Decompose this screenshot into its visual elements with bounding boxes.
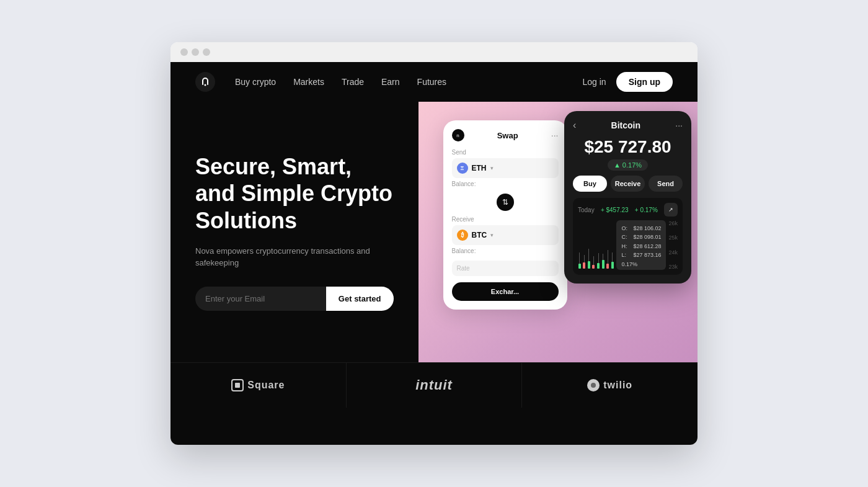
nav-link-buy-crypto[interactable]: Buy crypto (235, 77, 276, 87)
hero-section: Secure, Smart, and Simple Crypto Solutio… (170, 102, 698, 362)
signup-button[interactable]: Sign up (616, 72, 673, 92)
nav-link-markets[interactable]: Markets (293, 77, 324, 87)
swap-send-section: Send Ξ ETH ▾ Balance: (452, 149, 559, 187)
btc-action-buttons: Buy Receive Send (573, 176, 683, 192)
swap-btc-token[interactable]: ₿ BTC ▾ (452, 225, 559, 245)
swap-eth-token[interactable]: Ξ ETH ▾ (452, 158, 559, 178)
candlestick-chart (578, 220, 614, 270)
swap-arrow-button[interactable]: ⇅ (497, 194, 514, 211)
get-started-button[interactable]: Get started (326, 287, 394, 311)
tooltip-open: $28 106.02 (633, 224, 661, 233)
chart-label-23k: 23k (668, 264, 678, 270)
chart-today: Today (578, 207, 595, 213)
eth-token-name: ETH (472, 164, 487, 172)
btc-receive-button[interactable]: Receive (611, 176, 645, 192)
btc-send-button[interactable]: Send (649, 176, 683, 192)
btc-change-badge: ▲ 0.17% (608, 159, 648, 171)
eth-balance: Balance: (452, 181, 559, 187)
svg-point-0 (205, 84, 206, 86)
btc-icon: ₿ (457, 230, 468, 241)
tooltip-high: $28 612.28 (633, 242, 661, 251)
chart-toggle-button[interactable]: ↗ (664, 203, 678, 217)
twilio-icon (587, 379, 600, 391)
chart-gain: + $457.23 (601, 207, 629, 213)
browser-dot-red (180, 48, 188, 56)
btc-buy-button[interactable]: Buy (573, 176, 607, 192)
chart-y-labels: 26k 25k 24k 23k (668, 220, 678, 270)
swap-receive-label: Receive (452, 216, 559, 223)
nav-logo[interactable] (195, 72, 215, 92)
swap-phone-menu: ··· (551, 130, 559, 140)
square-label: Square (247, 380, 285, 391)
browser-chrome (170, 42, 698, 62)
partner-twilio: twilio (522, 363, 698, 408)
nav-links: Buy crypto Markets Trade Earn Futures (235, 77, 563, 87)
nav-link-earn[interactable]: Earn (381, 77, 400, 87)
bottom-section (170, 408, 698, 445)
partners-bar: Square intuit twilio (170, 362, 698, 408)
chart-body: O:$28 106.02 C:$28 098.01 H:$28 612.28 L… (578, 220, 678, 270)
hero-subtitle: Nova empowers cryptocurrency transaction… (195, 245, 394, 269)
partner-square: Square (170, 363, 347, 408)
login-button[interactable]: Log in (583, 77, 606, 87)
tooltip-pct: 0.17% (621, 260, 637, 269)
nav-link-trade[interactable]: Trade (342, 77, 364, 87)
square-logo: Square (231, 379, 285, 391)
swap-phone: n Swap ··· Send Ξ ETH ▾ Balance: ⇅ Recei… (443, 120, 567, 310)
swap-phone-logo: n (452, 129, 464, 141)
hero-title: Secure, Smart, and Simple Crypto Solutio… (195, 153, 394, 234)
tooltip-low: $27 873.16 (633, 251, 661, 259)
swap-phone-header: n Swap ··· (452, 129, 559, 141)
intuit-label: intuit (415, 377, 453, 393)
btc-back-button[interactable]: ‹ (573, 120, 576, 131)
btc-change-value: ▲ 0.17% (614, 161, 642, 169)
chart-change-pct: + 0.17% (635, 207, 658, 213)
btc-phone-menu: ··· (675, 120, 683, 130)
bitcoin-phone: ‹ Bitcoin ··· $25 727.80 ▲ 0.17% Buy Rec… (564, 111, 691, 284)
eth-icon: Ξ (457, 163, 468, 174)
chart-tooltip: O:$28 106.02 C:$28 098.01 H:$28 612.28 L… (616, 220, 666, 270)
navbar: Buy crypto Markets Trade Earn Futures Lo… (170, 62, 698, 102)
hero-right: n Swap ··· Send Ξ ETH ▾ Balance: ⇅ Recei… (418, 102, 698, 362)
btc-phone-header: ‹ Bitcoin ··· (573, 120, 683, 131)
tooltip-close: $28 098.01 (633, 233, 661, 241)
exchange-button[interactable]: Exchar... (452, 282, 559, 301)
nav-link-futures[interactable]: Futures (417, 77, 446, 87)
browser-window: Buy crypto Markets Trade Earn Futures Lo… (170, 42, 698, 445)
btc-balance: Balance: (452, 248, 559, 254)
hero-left: Secure, Smart, and Simple Crypto Solutio… (170, 102, 418, 362)
eth-chevron: ▾ (490, 165, 494, 171)
chart-header: Today + $457.23 + 0.17% ↗ (578, 203, 678, 217)
email-input[interactable] (195, 287, 326, 311)
btc-price-section: $25 727.80 ▲ 0.17% (573, 137, 683, 171)
twilio-label: twilio (603, 380, 632, 391)
chart-label-26k: 26k (668, 220, 678, 226)
hero-form: Get started (195, 287, 394, 311)
browser-dot-green (203, 48, 210, 56)
btc-phone-title: Bitcoin (611, 120, 640, 130)
btc-token-name: BTC (472, 231, 487, 239)
btc-chart-area: Today + $457.23 + 0.17% ↗ (573, 198, 683, 275)
chart-label-24k: 24k (668, 249, 678, 256)
btc-chevron: ▾ (490, 232, 494, 238)
swap-send-label: Send (452, 149, 559, 156)
browser-dot-yellow (192, 48, 199, 56)
partner-intuit: intuit (347, 363, 523, 408)
swap-receive-section: Receive ₿ BTC ▾ Balance: (452, 216, 559, 254)
nav-actions: Log in Sign up (583, 72, 673, 92)
chart-label-25k: 25k (668, 235, 678, 241)
rate-field: Rate (452, 261, 559, 276)
swap-phone-title: Swap (497, 131, 518, 140)
btc-price-amount: $25 727.80 (573, 137, 683, 157)
